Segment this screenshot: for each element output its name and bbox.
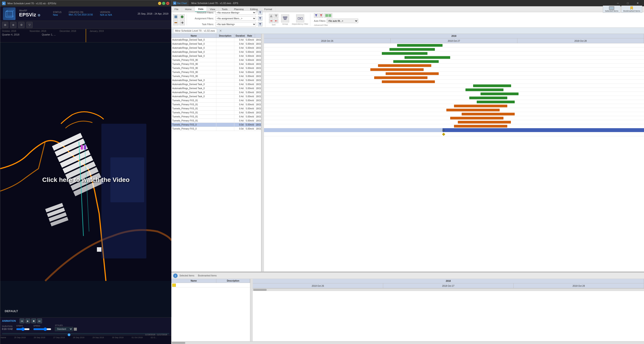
gantt-row — [264, 76, 644, 80]
schedule-tab[interactable]: Mine Schedule Level 70 - v1.02.ews — [173, 29, 217, 32]
task-filter-btn[interactable] — [258, 22, 262, 26]
steps-slider[interactable] — [16, 327, 30, 331]
status-item: STATUS New — [53, 11, 62, 16]
dependency-area: Dependency Filter — [292, 14, 308, 25]
row-indicator — [172, 284, 176, 287]
selected-items-label: Selected Items — [180, 274, 194, 277]
bottom-v-scrollbar[interactable] — [250, 279, 253, 344]
bottom-h-scrollbar-thumb[interactable] — [253, 289, 267, 291]
left-panel: E Mine Schedule Level 70 - v1.02.viz - E… — [0, 0, 171, 344]
tab-file[interactable]: File — [171, 6, 182, 12]
sort-btn-3[interactable] — [269, 19, 274, 23]
svg-marker-43 — [272, 20, 272, 21]
table-row[interactable]: Tunnels_Primary FXS_81 0.4d 5.00m/d 18/1… — [171, 119, 261, 123]
gantt-bar — [404, 56, 450, 59]
table-row[interactable]: AutomaticRings_Derived Task_0 0.4d 5.00m… — [171, 90, 261, 95]
bottom-h-scrollbar[interactable] — [253, 288, 644, 291]
repeat-checkbox[interactable] — [74, 328, 77, 331]
table-row[interactable]: Tunnels_Primary FXS_0 0.0d 5.00m/d 18/10… — [171, 127, 261, 131]
table-row[interactable]: Tunnels_Primary FXS_81 0.4d 5.00m/d 18/1… — [171, 103, 261, 107]
table-row[interactable]: Tunnels_Primary FXS_0 0.0d 5.00m/d 18/10… — [171, 123, 261, 127]
bookmarked-items-icon — [629, 6, 634, 10]
overall-scrollbar-thumb[interactable] — [172, 342, 185, 344]
gantt-row — [264, 92, 644, 96]
v-scrollbar[interactable] — [261, 34, 264, 271]
dependency-btn[interactable] — [296, 14, 304, 22]
speed-slider[interactable] — [33, 327, 51, 331]
gantt-bar — [458, 121, 511, 124]
selected-items-btn[interactable]: Selected Items — [603, 5, 620, 13]
table-row[interactable]: AutomaticRings_Derived Task_0 0.4d 5.00m… — [171, 95, 261, 99]
svg-marker-35 — [259, 23, 261, 25]
table-row[interactable]: AutomaticRings_Derived Task_0 0.4d 5.00m… — [171, 86, 261, 90]
maximize-btn[interactable]: □ — [162, 2, 165, 5]
bottom-body: Name Description — [171, 279, 644, 344]
toolbar-btn-filter[interactable]: ▽ — [26, 22, 32, 28]
table-row[interactable]: Tunnels_Primary FXS_80 0.4d 5.00m/d 18/1… — [171, 70, 261, 74]
close-tab-btn[interactable]: ✕ — [219, 29, 222, 32]
table-row[interactable]: Tunnels_Primary FXS_80 0.4d 5.00m/d 18/1… — [171, 62, 261, 66]
table-row[interactable]: Tunnels_Primary FXS_80 0.4d 5.00m/d 18/1… — [171, 66, 261, 70]
group-btn[interactable] — [281, 14, 289, 22]
gantt-row — [264, 120, 644, 124]
adv-filter-btn-1[interactable] — [314, 13, 318, 18]
table-row[interactable]: AutomaticRings_Derived Task_0 0.4d 5.00m… — [171, 42, 261, 46]
adv-filter-btn-3[interactable] — [324, 13, 332, 18]
table-row[interactable]: Tunnels_Primary FXS_80 0.4d 5.00m/d 18/1… — [171, 58, 261, 62]
assignment-filter-btn[interactable] — [258, 16, 262, 21]
table-row[interactable]: Tunnels_Primary FXS_81 0.4d 5.00m/d 18/1… — [171, 111, 261, 115]
main-viz[interactable]: Click here to watch the Video DEFAULT — [0, 42, 172, 317]
resource-filter-btn[interactable] — [258, 10, 262, 15]
table-row[interactable]: AutomaticRings_Derived Task_0 0.4d 5.00m… — [171, 54, 261, 58]
bookmarked-items-btn[interactable]: Bookmarked Items — [621, 5, 642, 13]
sort-desc-btn[interactable] — [274, 14, 278, 18]
table-row[interactable]: AutomaticRings_Derived Task_0 0.4d 5.00m… — [171, 78, 261, 82]
svg-marker-52 — [315, 14, 317, 17]
sort-btn-4[interactable] — [274, 19, 278, 23]
default-label: DEFAULT — [5, 309, 18, 313]
ribbon-btn-1[interactable] — [173, 14, 178, 19]
adv-filter-btn-2[interactable] — [319, 13, 323, 18]
bottom-header: Name Description — [171, 279, 250, 283]
gantt-bar — [477, 101, 515, 103]
ribbon: File Home Data View Tools Planning Editi… — [171, 6, 644, 28]
table-row[interactable]: Tunnels_Primary FXS_80 0.4d 5.00m/d 18/1… — [171, 74, 261, 78]
table-row[interactable]: AutomaticRings_Derived Task_0 0.4d 5.00m… — [171, 50, 261, 54]
gantt-row — [264, 116, 644, 120]
svg-rect-54 — [325, 14, 328, 17]
sort-group-area: Sort Group — [267, 14, 310, 26]
task-filter-select[interactable]: <No task filtering> — [216, 22, 256, 26]
svg-marker-53 — [320, 14, 322, 17]
bottom-row-1[interactable] — [171, 283, 250, 287]
table-row[interactable]: Tunnels_Primary FXS_81 0.4d 5.00m/d 18/1… — [171, 107, 261, 111]
auto-filters-select[interactable]: <No auto filt...> — [327, 19, 358, 23]
ribbon-btn-3[interactable] — [173, 20, 178, 25]
table-row[interactable]: Tunnels_Primary FXS_81 0.4d 5.00m/d 18/1… — [171, 99, 261, 103]
table-row[interactable]: AutomaticRings_Derived Task_0 0.4d 5.00m… — [171, 82, 261, 86]
gantt-row — [264, 59, 644, 64]
table-row[interactable]: AutomaticRings_Derived Task_0 0.4d 5.00m… — [171, 46, 261, 50]
play-first-btn[interactable]: ⏮ — [20, 318, 24, 323]
sort-asc-btn[interactable] — [269, 14, 274, 18]
timeline-scrubber[interactable]: 11/16/2018 - 11/17/2018 — [2, 333, 169, 334]
svg-rect-25 — [97, 247, 102, 252]
table-row[interactable]: AutomaticRings_Derived Task_0 0.4d 5.00m… — [171, 38, 261, 42]
resource-filter-select[interactable]: <No resource filtering> — [216, 10, 256, 15]
ribbon-btn-4[interactable] — [180, 20, 185, 25]
table-row[interactable]: Tunnels_Primary FXS_81 0.4d 5.00m/d 18/1… — [171, 115, 261, 119]
overall-h-scrollbar[interactable] — [171, 341, 644, 344]
gantt-body — [264, 43, 644, 271]
toolbar-btn-3[interactable]: ⚙ — [18, 22, 24, 28]
play-last-btn[interactable]: ⏭ — [37, 318, 42, 323]
close-btn[interactable]: ✕ — [166, 2, 169, 5]
play-btn[interactable]: ▶ — [26, 318, 30, 323]
stop-btn[interactable]: ⏹ — [31, 318, 36, 323]
toolbar-btn-2[interactable]: ⊕ — [10, 22, 16, 28]
svg-rect-24 — [84, 145, 86, 150]
styles-select[interactable]: Standard — [55, 327, 73, 331]
minimize-btn[interactable]: ─ — [158, 2, 161, 5]
ribbon-btn-2[interactable] — [180, 14, 185, 19]
col-name: Name — [171, 34, 216, 38]
toolbar-btn-1[interactable]: ⊞ — [2, 22, 8, 28]
assignment-filter-select[interactable]: <No assignment filtern...> — [216, 16, 256, 21]
